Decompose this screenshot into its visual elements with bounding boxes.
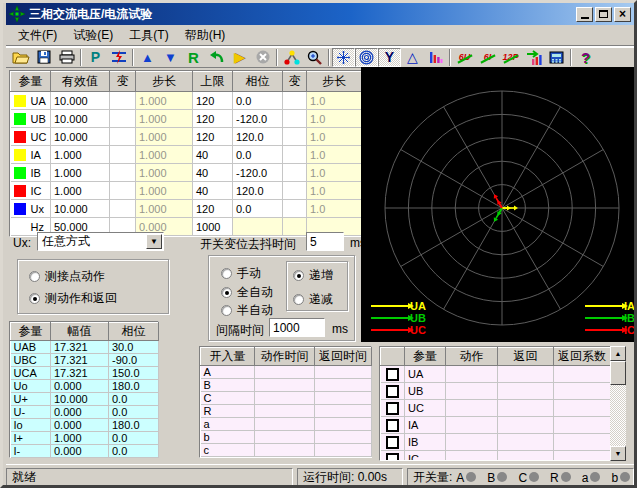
power-frequency-button[interactable] xyxy=(107,48,130,67)
phase-value-cell[interactable]: 0.0 xyxy=(233,92,283,110)
step-value-cell[interactable]: 1.000 xyxy=(136,200,193,218)
print-button[interactable] xyxy=(55,48,78,67)
change-cell[interactable] xyxy=(110,92,136,110)
change-cell[interactable] xyxy=(283,200,307,218)
phase-value-cell[interactable]: -120.0 xyxy=(233,110,283,128)
menu-file[interactable]: 文件(F) xyxy=(10,25,65,46)
change-cell[interactable] xyxy=(283,92,307,110)
stop-button[interactable] xyxy=(251,48,274,67)
action-table-scrollbar[interactable]: ▲ ▼ xyxy=(610,346,626,461)
change-cell[interactable] xyxy=(283,128,307,146)
step-value-cell[interactable]: 1.000 xyxy=(136,146,193,164)
chevron-down-icon[interactable]: ▼ xyxy=(146,234,162,249)
step-down-button[interactable]: ▼ xyxy=(159,48,182,67)
phase-value-cell[interactable]: 120.0 xyxy=(233,128,283,146)
limit-value-cell[interactable]: 40 xyxy=(193,182,233,200)
change-cell[interactable] xyxy=(283,146,307,164)
interval-input[interactable]: 1000 xyxy=(269,318,325,337)
minimize-button[interactable] xyxy=(576,7,593,22)
harmonics-button[interactable] xyxy=(424,48,447,67)
reset-button[interactable]: R xyxy=(182,48,205,67)
open-file-button[interactable] xyxy=(9,48,32,67)
scroll-thumb[interactable] xyxy=(610,361,626,385)
change-cell[interactable] xyxy=(283,164,307,182)
rms-value-cell[interactable]: 1.000 xyxy=(51,146,110,164)
sequence-button[interactable] xyxy=(522,48,545,67)
step-value-cell[interactable]: 1.000 xyxy=(136,128,193,146)
close-button[interactable]: × xyxy=(614,7,631,22)
debounce-input[interactable]: 5 xyxy=(306,232,344,251)
step-value-cell[interactable]: 1.000 xyxy=(136,110,193,128)
phase-value-cell[interactable]: 120.0 xyxy=(233,182,283,200)
change-cell[interactable] xyxy=(110,164,136,182)
step-value-cell[interactable]: 1.000 xyxy=(136,182,193,200)
row-checkbox[interactable] xyxy=(386,453,399,462)
limit-value-cell[interactable]: 120 xyxy=(193,128,233,146)
star-view-button[interactable] xyxy=(332,48,355,67)
start-button[interactable]: ▶ xyxy=(228,48,251,67)
limit-value-cell[interactable]: 40 xyxy=(193,146,233,164)
phase-step-cell[interactable]: 1.0 xyxy=(307,92,362,110)
limit-value-cell[interactable]: 120 xyxy=(193,92,233,110)
radio-decrease[interactable]: 递减 xyxy=(293,291,333,308)
phase-step-cell[interactable]: 1.0 xyxy=(307,128,362,146)
radio-increase[interactable]: 递增 xyxy=(293,267,333,284)
menu-tools[interactable]: 工具(T) xyxy=(121,25,176,46)
help-button[interactable]: ? xyxy=(574,48,597,67)
change-cell[interactable] xyxy=(110,200,136,218)
zoom-button[interactable] xyxy=(303,48,326,67)
limit-value-cell[interactable]: 1000 xyxy=(193,218,233,236)
y-connection-button[interactable]: Y xyxy=(378,48,401,67)
scroll-down-icon[interactable]: ▼ xyxy=(610,446,626,461)
row-checkbox[interactable] xyxy=(386,436,399,449)
scroll-up-icon[interactable]: ▲ xyxy=(610,346,626,361)
twelve-phase-button[interactable]: 12P xyxy=(499,48,522,67)
ux-mode-select[interactable]: 任意方式 ▼ xyxy=(37,232,164,251)
radio-manual[interactable]: 手动 xyxy=(221,265,261,282)
six-voltage-button[interactable]: 6U xyxy=(453,48,476,67)
step-value-cell[interactable]: 1.000 xyxy=(136,92,193,110)
radio-full-auto[interactable]: 全自动 xyxy=(221,284,273,301)
row-checkbox[interactable] xyxy=(386,385,399,398)
circle-view-button[interactable] xyxy=(355,48,378,67)
change-cell[interactable] xyxy=(110,182,136,200)
limit-value-cell[interactable]: 120 xyxy=(193,110,233,128)
menu-help[interactable]: 帮助(H) xyxy=(177,25,234,46)
delta-connection-button[interactable]: △ xyxy=(401,48,424,67)
radio-action-return[interactable]: 测动作和返回 xyxy=(29,290,117,307)
change-cell[interactable] xyxy=(110,110,136,128)
step-up-button[interactable]: ▲ xyxy=(136,48,159,67)
menu-test[interactable]: 试验(E) xyxy=(65,25,121,46)
change-cell[interactable] xyxy=(110,146,136,164)
radio-contact-action[interactable]: 测接点动作 xyxy=(29,268,105,285)
change-cell[interactable] xyxy=(110,128,136,146)
phase-step-cell[interactable]: 1.0 xyxy=(307,182,362,200)
rms-value-cell[interactable]: 10.000 xyxy=(51,92,110,110)
change-cell[interactable] xyxy=(283,110,307,128)
p-setting-button[interactable]: P xyxy=(84,48,107,67)
change-cell[interactable] xyxy=(283,182,307,200)
change-cell[interactable] xyxy=(283,218,307,236)
phase-value-cell[interactable]: 0.0 xyxy=(233,200,283,218)
row-checkbox[interactable] xyxy=(386,402,399,415)
rms-value-cell[interactable]: 1.000 xyxy=(51,182,110,200)
rms-value-cell[interactable]: 10.000 xyxy=(51,200,110,218)
limit-value-cell[interactable]: 40 xyxy=(193,164,233,182)
undo-button[interactable] xyxy=(205,48,228,67)
rms-value-cell[interactable]: 10.000 xyxy=(51,128,110,146)
row-checkbox[interactable] xyxy=(386,368,399,381)
rms-value-cell[interactable]: 10.000 xyxy=(51,110,110,128)
calculator-button[interactable] xyxy=(545,48,568,67)
maximize-button[interactable] xyxy=(595,7,612,22)
limit-value-cell[interactable]: 120 xyxy=(193,200,233,218)
row-checkbox[interactable] xyxy=(386,419,399,432)
phase-value-cell[interactable]: -120.0 xyxy=(233,164,283,182)
phase-step-cell[interactable]: 1.0 xyxy=(307,146,362,164)
phasor-button[interactable] xyxy=(280,48,303,67)
rms-value-cell[interactable]: 1.000 xyxy=(51,164,110,182)
phase-step-cell[interactable]: 1.0 xyxy=(307,200,362,218)
step-value-cell[interactable]: 1.000 xyxy=(136,164,193,182)
radio-semi-auto[interactable]: 半自动 xyxy=(221,302,273,319)
phase-value-cell[interactable] xyxy=(233,218,283,236)
phase-step-cell[interactable]: 1.0 xyxy=(307,164,362,182)
